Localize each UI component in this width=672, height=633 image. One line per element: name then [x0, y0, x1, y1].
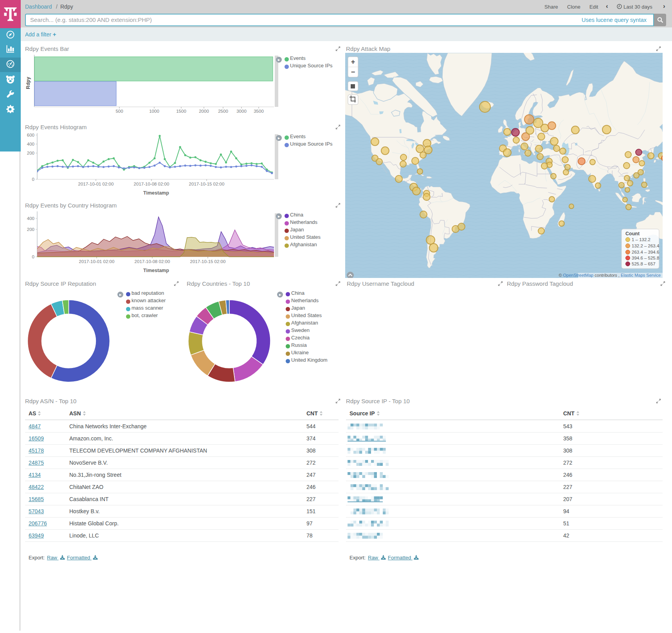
svg-text:0: 0	[32, 177, 34, 182]
svg-text:525.8 – 657: 525.8 – 657	[632, 261, 656, 266]
svg-text:2017-10-01 02:00: 2017-10-01 02:00	[79, 259, 115, 264]
svg-text:394.6 – 525.8: 394.6 – 525.8	[632, 256, 659, 260]
svg-text:Rdpy: Rdpy	[25, 77, 31, 89]
svg-text:+: +	[351, 58, 355, 66]
svg-text:3500: 3500	[254, 109, 264, 114]
svg-text:Timestamp: Timestamp	[143, 268, 169, 273]
svg-text:263.4 – 394.6: 263.4 – 394.6	[632, 250, 659, 254]
svg-text:400: 400	[27, 216, 34, 221]
svg-text:Count: Count	[625, 231, 640, 236]
svg-text:1000: 1000	[149, 109, 159, 114]
svg-text:1500: 1500	[176, 109, 186, 114]
svg-text:1 – 132.2: 1 – 132.2	[632, 237, 650, 242]
svg-text:Timestamp: Timestamp	[143, 190, 169, 196]
svg-text:2017-10-15 02:00: 2017-10-15 02:00	[189, 182, 225, 186]
svg-text:2000: 2000	[199, 109, 209, 114]
svg-text:2017-10-15 02:00: 2017-10-15 02:00	[190, 259, 226, 264]
svg-text:400: 400	[27, 142, 34, 146]
svg-text:2017-10-08 02:00: 2017-10-08 02:00	[134, 182, 169, 186]
svg-text:200: 200	[27, 227, 34, 232]
svg-text:600: 600	[27, 133, 34, 137]
svg-text:2500: 2500	[218, 109, 228, 114]
svg-text:2017-10-01 02:00: 2017-10-01 02:00	[78, 182, 114, 186]
svg-text:0: 0	[32, 254, 34, 259]
svg-text:132.2 – 263.4: 132.2 – 263.4	[632, 243, 659, 248]
svg-text:200: 200	[27, 151, 34, 155]
svg-text:2017-10-08 02:00: 2017-10-08 02:00	[135, 259, 170, 264]
svg-text:−: −	[351, 68, 355, 76]
svg-text:© OpenStreetMap contributors ,: © OpenStreetMap contributors , Elastic M…	[558, 273, 661, 278]
svg-text:3000: 3000	[236, 109, 247, 114]
svg-text:500: 500	[115, 109, 123, 114]
